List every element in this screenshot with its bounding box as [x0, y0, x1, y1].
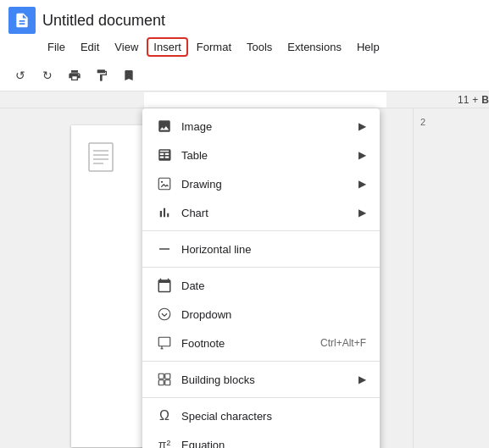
- insert-menu: Image ▶ Table ▶ Drawing ▶: [142, 108, 380, 448]
- table-arrow: ▶: [358, 149, 366, 161]
- divider-2: [142, 267, 380, 268]
- menu-help[interactable]: Help: [350, 37, 386, 57]
- bold-button-b[interactable]: B: [481, 94, 489, 106]
- menu-tools[interactable]: Tools: [240, 37, 279, 57]
- menu-item-date[interactable]: Date: [142, 271, 380, 300]
- menu-item-special-characters[interactable]: Ω Special characters: [142, 401, 380, 430]
- image-label: Image: [181, 120, 350, 133]
- menu-item-drawing[interactable]: Drawing ▶: [142, 169, 380, 198]
- svg-rect-5: [158, 178, 170, 190]
- svg-rect-12: [165, 373, 170, 379]
- image-arrow: ▶: [358, 120, 366, 132]
- document-title: Untitled document: [42, 12, 165, 30]
- pi-icon: π²: [156, 436, 173, 448]
- calendar-icon: [156, 277, 173, 294]
- drawing-arrow: ▶: [358, 178, 366, 190]
- footnote-label: Footnote: [181, 337, 312, 350]
- horizontal-line-label: Horizontal line: [181, 243, 366, 256]
- menu-item-equation[interactable]: π² Equation: [142, 430, 380, 448]
- footnote-shortcut: Ctrl+Alt+F: [320, 337, 366, 349]
- divider-4: [142, 397, 380, 398]
- menu-item-image[interactable]: Image ▶: [142, 112, 380, 141]
- ruler-plus[interactable]: +: [472, 94, 478, 106]
- svg-point-7: [158, 308, 170, 320]
- menu-item-building-blocks[interactable]: Building blocks ▶: [142, 365, 380, 394]
- menu-bar: File Edit View Insert Format Tools Exten…: [0, 36, 489, 60]
- drawing-icon: [156, 175, 173, 192]
- building-blocks-label: Building blocks: [181, 373, 350, 386]
- ruler: 11 + B: [0, 91, 489, 108]
- svg-rect-11: [158, 373, 164, 379]
- undo-button[interactable]: ↺: [8, 64, 32, 87]
- divider-1: [142, 230, 380, 231]
- chart-arrow: ▶: [358, 207, 366, 218]
- chart-icon: [156, 204, 173, 221]
- svg-rect-13: [158, 380, 164, 385]
- menu-edit[interactable]: Edit: [74, 37, 106, 57]
- svg-rect-14: [165, 380, 170, 385]
- bookmark-button[interactable]: [117, 64, 141, 87]
- horizontal-line-icon: [156, 241, 173, 257]
- date-label: Date: [181, 279, 366, 292]
- svg-rect-8: [158, 337, 170, 346]
- special-characters-label: Special characters: [181, 410, 366, 423]
- building-blocks-icon: [156, 371, 173, 388]
- building-blocks-arrow: ▶: [358, 373, 366, 385]
- menu-view[interactable]: View: [108, 37, 145, 57]
- drawing-label: Drawing: [181, 178, 350, 191]
- dropdown-icon: [156, 306, 173, 323]
- top-ruler: [144, 92, 386, 108]
- print-button[interactable]: [63, 64, 86, 87]
- ruler-number: 11: [458, 94, 469, 106]
- redo-button[interactable]: ↻: [36, 64, 59, 87]
- table-icon: [156, 147, 173, 163]
- table-label: Table: [181, 149, 350, 162]
- menu-insert[interactable]: Insert: [147, 37, 188, 57]
- chart-label: Chart: [181, 207, 350, 219]
- menu-format[interactable]: Format: [190, 37, 238, 57]
- equation-label: Equation: [181, 439, 366, 449]
- menu-item-dropdown[interactable]: Dropdown: [142, 300, 380, 329]
- menu-item-footnote[interactable]: Footnote Ctrl+Alt+F: [142, 329, 380, 357]
- dropdown-overlay: Image ▶ Table ▶ Drawing ▶: [0, 108, 489, 448]
- divider-3: [142, 361, 380, 362]
- image-icon: [156, 118, 173, 135]
- dropdown-label: Dropdown: [181, 308, 366, 321]
- menu-item-table[interactable]: Table ▶: [142, 141, 380, 169]
- menu-extensions[interactable]: Extensions: [281, 37, 348, 57]
- footnote-icon: [156, 335, 173, 351]
- title-bar: Untitled document File Edit View Insert …: [0, 0, 489, 60]
- omega-icon: Ω: [156, 407, 173, 424]
- toolbar: ↺ ↻: [0, 60, 489, 91]
- google-docs-icon: [8, 7, 36, 34]
- menu-item-horizontal-line[interactable]: Horizontal line: [142, 235, 380, 263]
- paint-format-button[interactable]: [90, 64, 114, 87]
- menu-item-chart[interactable]: Chart ▶: [142, 198, 380, 227]
- svg-point-6: [161, 181, 163, 183]
- main-area: 2 Image ▶ Table ▶: [0, 108, 489, 448]
- menu-file[interactable]: File: [41, 37, 72, 57]
